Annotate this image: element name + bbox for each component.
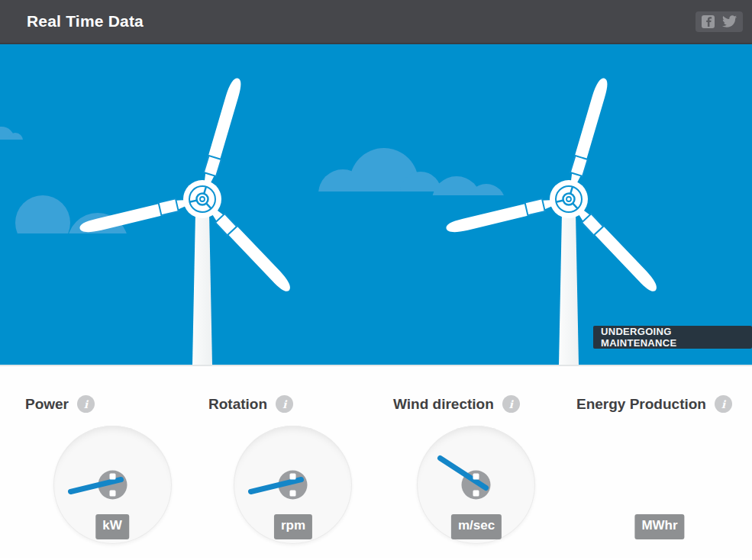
- metrics-section: Power i Rotation i Wind direction i Ener…: [0, 365, 752, 558]
- unit-badge-mwhr: MWhr: [634, 514, 684, 539]
- hub-dot-top: [473, 474, 479, 480]
- twitter-icon[interactable]: [722, 15, 737, 27]
- hub-dot-bottom: [290, 491, 296, 497]
- facebook-icon[interactable]: [702, 15, 715, 28]
- maintenance-badge: UNDERGOING MAINTENANCE: [593, 326, 752, 349]
- sky-illustration: [0, 44, 752, 365]
- info-icon[interactable]: i: [502, 395, 520, 413]
- info-icon[interactable]: i: [715, 395, 732, 413]
- sky-background: [0, 44, 752, 365]
- hub-dot-bottom: [473, 491, 479, 497]
- metric-header-wind-direction: Wind direction i: [393, 395, 520, 413]
- unit-badge-rpm: rpm: [274, 514, 312, 539]
- metric-header-rotation: Rotation i: [208, 395, 293, 413]
- unit-badge-msec: m/sec: [451, 514, 502, 539]
- social-share-buttons: [696, 11, 743, 32]
- header: Real Time Data: [0, 0, 752, 44]
- metric-label-rotation: Rotation: [208, 396, 267, 413]
- metric-label-energy-production: Energy Production: [576, 396, 706, 413]
- hub-dot-bottom: [110, 491, 116, 497]
- real-time-data-widget: Real Time Data: [0, 0, 752, 560]
- unit-badge-kw: kW: [95, 514, 129, 539]
- page-title: Real Time Data: [27, 12, 144, 31]
- info-icon[interactable]: i: [77, 395, 95, 413]
- info-icon[interactable]: i: [276, 395, 293, 413]
- metric-label-wind-direction: Wind direction: [393, 396, 494, 413]
- hub-dot-top: [290, 474, 296, 480]
- turbine-scene: UNDERGOING MAINTENANCE: [0, 44, 752, 365]
- metric-header-energy-production: Energy Production i: [576, 395, 732, 413]
- metric-header-power: Power i: [25, 395, 95, 413]
- hub-dot-top: [110, 474, 116, 480]
- metric-label-power: Power: [25, 396, 69, 413]
